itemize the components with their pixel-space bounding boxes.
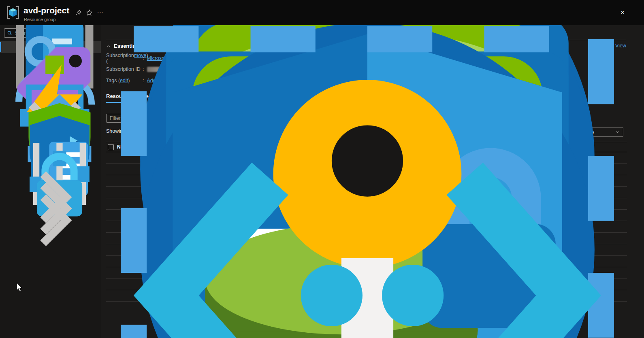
pin-icon[interactable]: [75, 9, 82, 16]
more-options-icon[interactable]: ...: [97, 7, 104, 14]
top-bar: avd-project Resource group ... ×: [0, 0, 644, 25]
main-content: JSON View Essentials Subscription (move)…: [101, 25, 644, 338]
sidebar: [0, 25, 101, 338]
sidebar-item[interactable]: [0, 215, 101, 226]
Vnet: [106, 290, 627, 302]
page-title: avd-project: [23, 6, 69, 15]
favorite-star-icon[interactable]: [86, 9, 93, 16]
resource-group-icon: [6, 5, 20, 20]
page-subtitle: Resource group: [24, 17, 55, 22]
close-icon[interactable]: ×: [618, 8, 627, 17]
resources-table: Name↑↓ Type↑↓ Location↑↓: [106, 142, 627, 302]
sidebar-menu: [0, 41, 101, 226]
